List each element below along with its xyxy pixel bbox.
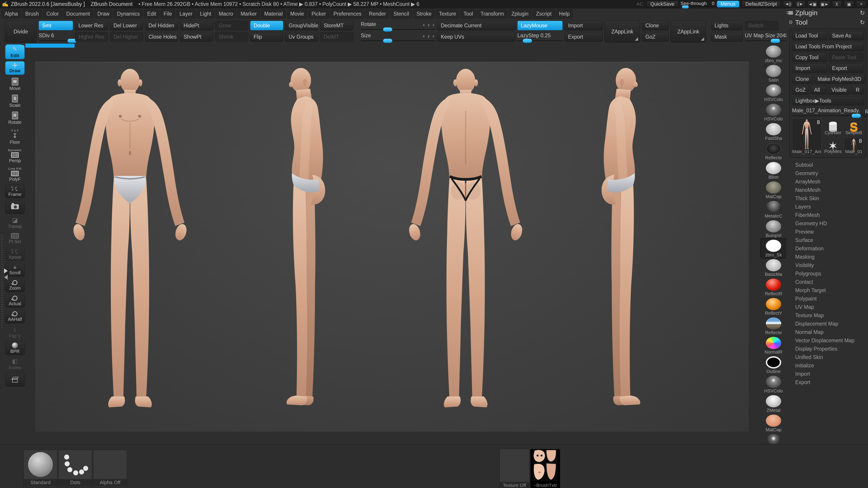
shelf-button[interactable]: Double <box>250 21 283 30</box>
tool-section-item[interactable]: Masking <box>795 253 868 261</box>
make-polymesh3d-button[interactable]: Make PolyMesh3D <box>814 74 865 84</box>
menus-toggle-button[interactable]: Menus <box>717 1 739 7</box>
quicksave-button[interactable]: QuickSave <box>647 1 678 7</box>
goz-all-button[interactable]: All <box>811 86 827 94</box>
see-through-thumb[interactable] <box>682 5 689 8</box>
alpha-selector[interactable]: Alpha Off <box>93 450 127 487</box>
tool-section-item[interactable]: Deformation <box>795 245 868 253</box>
shelf-button[interactable]: GroupVisible <box>285 21 318 30</box>
texture-off-thumbnail[interactable]: Texture Off <box>500 449 529 488</box>
tool-header[interactable]: ⚙ Tool ↻ <box>786 18 868 27</box>
menu-item[interactable]: Transform <box>477 9 507 19</box>
menu-item[interactable]: Stroke <box>413 9 435 19</box>
tool-section-item[interactable]: Display Properties <box>795 345 868 353</box>
restore-icon[interactable]: ▣ <box>844 1 854 7</box>
shelf-button[interactable]: Higher Res <box>75 32 108 41</box>
xyz-label[interactable]: x y z <box>423 34 435 38</box>
lazystep-slider[interactable]: LazyStep 0.25 <box>518 32 563 41</box>
material-item[interactable]: Blinn <box>761 161 786 180</box>
dock-right-icon[interactable]: ||► <box>795 1 805 7</box>
left-tool-button[interactable]: x y z ↧ Floor <box>6 128 24 145</box>
tool-section-item[interactable]: Surface <box>795 236 868 245</box>
clone-button[interactable]: Clone <box>642 21 669 30</box>
left-scroll-arrows[interactable] <box>4 268 8 280</box>
load-tools-from-project-button[interactable]: Load Tools From Project <box>792 42 864 51</box>
menu-item[interactable]: Edit <box>144 9 159 19</box>
material-item[interactable]: zbro_mc <box>761 44 786 64</box>
menu-item[interactable]: Marker <box>237 9 260 19</box>
sdiv-slider[interactable]: SDiv 6 <box>39 32 73 41</box>
tool-r-button[interactable]: R <box>862 107 868 117</box>
material-item[interactable]: ReflectY <box>761 297 786 316</box>
shelf-button[interactable]: Uv Groups <box>285 32 318 41</box>
shelf-button[interactable]: Grow <box>215 21 248 30</box>
panel-collapse-right-icon[interactable]: ▣► <box>819 1 830 7</box>
close-icon[interactable]: × <box>856 1 866 7</box>
menu-item[interactable]: Preferences <box>330 9 365 19</box>
left-tool-button[interactable]: Actual <box>5 294 25 308</box>
menu-item[interactable]: Alpha <box>1 9 21 19</box>
lightbox-tools-button[interactable]: Lightbox▶Tools <box>792 96 864 105</box>
tool-section-item[interactable]: FiberMesh <box>795 211 868 219</box>
material-item[interactable]: Reflecte <box>761 141 786 161</box>
doc-scroll-bar[interactable] <box>25 43 74 48</box>
tool-section-item[interactable]: Contact <box>795 278 868 286</box>
lazystep-thumb[interactable] <box>523 39 532 43</box>
left-tool-button[interactable]: Scroll <box>5 263 25 276</box>
decimate-current-button[interactable]: Decimate Current <box>437 21 515 30</box>
stroke-selector[interactable]: Dots <box>58 450 92 487</box>
uv-map-size-thumb[interactable] <box>771 39 780 43</box>
shelf-button[interactable]: HidePt <box>180 21 213 30</box>
defaultzscript-button[interactable]: DefaultZScript <box>742 1 781 7</box>
material-item[interactable]: NormalR <box>761 336 786 355</box>
material-item[interactable]: zbro_Sk <box>761 238 786 258</box>
tool-section-item[interactable]: UV Map <box>795 303 868 311</box>
material-item[interactable]: MatCap <box>761 414 786 433</box>
goz-visible-button[interactable]: Visible <box>828 86 850 94</box>
menu-item[interactable]: Color <box>43 9 62 19</box>
material-item[interactable]: MetalicC <box>761 200 786 219</box>
tool-thumbnail[interactable]: S SimpleB <box>844 119 864 136</box>
tool-section-item[interactable]: Polygroups <box>795 269 868 278</box>
tool-section-item[interactable]: Preview <box>795 228 868 236</box>
menu-item[interactable]: Dynamics <box>114 9 143 19</box>
shelf-button[interactable]: Flip <box>250 32 283 41</box>
tool-section-item[interactable]: Morph Target <box>795 286 868 295</box>
tool-thumbnail[interactable]: 8 Male_01 <box>844 137 864 155</box>
menu-item[interactable]: Tool <box>460 9 476 19</box>
left-tool-button[interactable]: ◪ Transp <box>6 216 24 230</box>
left-tool-button[interactable]: Dynamic Persp <box>6 148 24 164</box>
tool-section-item[interactable]: Subtool <box>795 161 868 169</box>
left-tool-button[interactable]: R Rotate <box>6 111 24 126</box>
material-item[interactable]: FastSha <box>761 122 786 141</box>
tool-section-item[interactable]: Normal Map <box>795 328 868 336</box>
current-tool-slider[interactable]: Male_017_Animation_Ready. <box>792 107 860 117</box>
size-slider[interactable]: Sizex y z <box>361 32 435 41</box>
mask-button[interactable]: Mask <box>711 32 743 41</box>
tool-section-item[interactable]: Geometry <box>795 169 868 177</box>
tool-thumbnail[interactable]: Cylinder <box>823 119 843 136</box>
menu-item[interactable]: Layer <box>176 9 196 19</box>
panel-collapse-left-icon[interactable]: ◄▣ <box>807 1 817 7</box>
tool-clone-button[interactable]: Clone <box>792 74 812 84</box>
material-item[interactable]: MatCap <box>761 180 786 200</box>
shelf-button[interactable]: Lower Res <box>75 21 108 30</box>
brush-selector[interactable]: Standard <box>24 450 57 487</box>
tool-thumbnail[interactable]: ✶ PolyMes <box>823 137 843 155</box>
material-item[interactable]: ZMetal <box>761 394 786 414</box>
material-item[interactable]: HSVColo <box>761 375 786 394</box>
zapplink-button-2[interactable]: ZAppLink <box>671 21 706 42</box>
goz-button[interactable]: GoZ <box>642 32 669 41</box>
left-tool-button[interactable]: Line Fill PolyF <box>6 166 24 183</box>
export-button[interactable]: Export <box>565 32 602 41</box>
tool-section-item[interactable]: NanoMesh <box>795 186 868 194</box>
tool-section-item[interactable]: Visibility <box>795 261 868 269</box>
shelf-button[interactable]: Close Holes <box>145 32 178 41</box>
tool-import-button[interactable]: Import <box>792 64 827 73</box>
reset-icon[interactable]: ↻ <box>860 19 865 26</box>
brush-texture-thumbnail[interactable]: ~BrushTxtr <box>530 449 560 488</box>
see-through-track[interactable] <box>681 7 715 8</box>
left-tool-button[interactable]: BPR <box>5 341 25 355</box>
tool-section-item[interactable]: Unified Skin <box>795 353 868 361</box>
shelf-button[interactable]: Del Higher <box>110 32 143 41</box>
